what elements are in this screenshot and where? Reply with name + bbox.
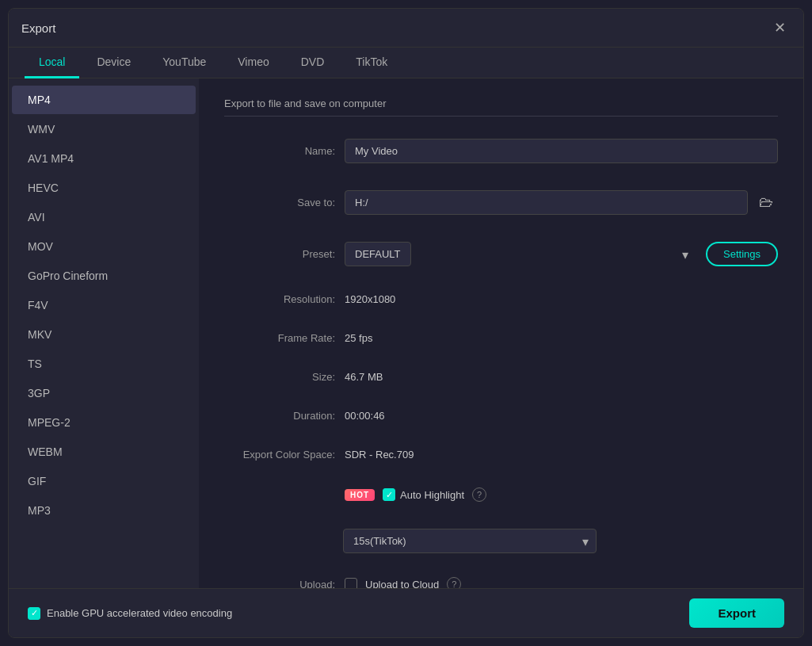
export-button[interactable]: Export [689,598,784,628]
duration-label: Duration: [224,410,335,422]
save-to-input[interactable] [345,190,748,215]
auto-highlight-controls: HOT ✓ Auto Highlight ? [345,487,486,502]
hot-badge: HOT [345,489,375,501]
title-bar: Export ✕ [9,9,803,48]
frame-rate-value: 25 fps [345,332,372,344]
name-row: Name: [224,139,778,163]
color-space-label: Export Color Space: [224,449,335,461]
dialog-title: Export [21,21,55,35]
bottom-bar: ✓ Enable GPU accelerated video encoding … [9,588,803,637]
upload-cloud-label[interactable]: Upload to Cloud [365,579,439,589]
duration-value: 00:00:46 [345,410,385,422]
save-to-row: Save to: 🗁 [224,190,778,215]
auto-highlight-checkbox-label[interactable]: ✓ Auto Highlight [383,488,464,501]
save-to-label: Save to: [224,197,335,208]
auto-highlight-info-icon[interactable]: ? [472,487,486,502]
export-dialog: Export ✕ Local Device YouTube Vimeo DVD … [8,8,804,638]
name-label: Name: [224,145,335,157]
auto-highlight-checkbox[interactable]: ✓ [383,488,395,501]
upload-row: Upload: Upload to Cloud ? [224,577,778,588]
preset-select[interactable]: DEFAULT [345,242,411,266]
upload-cloud-info-icon[interactable]: ? [447,577,461,588]
section-title: Export to file and save on computer [224,97,778,117]
upload-cloud-checkbox[interactable] [345,578,357,588]
size-row: Size: 46.7 MB [224,371,778,383]
tab-device[interactable]: Device [82,48,145,78]
preset-label: Preset: [224,248,335,260]
color-space-value: SDR - Rec.709 [345,449,414,461]
tab-dvd[interactable]: DVD [287,48,339,78]
format-mp4[interactable]: MP4 [12,86,196,114]
frame-rate-row: Frame Rate: 25 fps [224,332,778,344]
format-ts[interactable]: TS [12,350,196,378]
format-3gp[interactable]: 3GP [12,379,196,407]
dialog-overlay: Export ✕ Local Device YouTube Vimeo DVD … [0,0,812,646]
upload-cloud-text: Upload to Cloud [365,579,439,589]
size-label: Size: [224,371,335,383]
format-avi[interactable]: AVI [12,203,196,231]
format-mov[interactable]: MOV [12,232,196,261]
duration-select-wrapper: 15s(TikTok) [343,529,597,553]
duration-row: Duration: 00:00:46 [224,410,778,422]
format-gopro[interactable]: GoPro Cineform [12,262,196,290]
format-hevc[interactable]: HEVC [12,174,196,202]
close-button[interactable]: ✕ [768,17,791,39]
resolution-value: 1920x1080 [345,293,395,305]
auto-highlight-row: HOT ✓ Auto Highlight ? [224,487,778,502]
tab-vimeo[interactable]: Vimeo [223,48,283,78]
size-value: 46.7 MB [345,371,383,383]
tab-local[interactable]: Local [25,48,79,78]
format-mkv[interactable]: MKV [12,320,196,349]
color-space-row: Export Color Space: SDR - Rec.709 [224,449,778,461]
name-input[interactable] [345,139,778,163]
preset-field-row: DEFAULT Settings [345,242,778,266]
upload-controls: Upload to Cloud ? [345,577,461,588]
format-gif[interactable]: GIF [12,467,196,495]
tab-youtube[interactable]: YouTube [148,48,220,78]
format-mp3[interactable]: MP3 [12,496,196,525]
format-av1mp4[interactable]: AV1 MP4 [12,144,196,173]
folder-button[interactable]: 🗁 [754,191,778,214]
format-wmv[interactable]: WMV [12,115,196,143]
gpu-checkbox[interactable]: ✓ [28,607,40,620]
save-to-field-row: 🗁 [345,190,778,215]
tab-tiktok[interactable]: TikTok [341,48,402,78]
format-list: MP4 WMV AV1 MP4 HEVC AVI MOV GoPro Cinef… [9,78,199,588]
settings-button[interactable]: Settings [706,242,778,266]
tabs-bar: Local Device YouTube Vimeo DVD TikTok [9,48,803,78]
auto-highlight-text: Auto Highlight [400,489,464,501]
format-mpeg2[interactable]: MPEG-2 [12,408,196,437]
content-area: MP4 WMV AV1 MP4 HEVC AVI MOV GoPro Cinef… [9,78,803,588]
preset-select-wrapper: DEFAULT [345,242,696,266]
gpu-label-text: Enable GPU accelerated video encoding [47,607,232,619]
duration-select[interactable]: 15s(TikTok) [343,529,597,553]
resolution-row: Resolution: 1920x1080 [224,293,778,305]
preset-row: Preset: DEFAULT Settings [224,242,778,266]
frame-rate-label: Frame Rate: [224,332,335,344]
format-f4v[interactable]: F4V [12,291,196,319]
main-panel: Export to file and save on computer Name… [199,78,803,588]
gpu-checkbox-label[interactable]: ✓ Enable GPU accelerated video encoding [28,607,232,620]
upload-label: Upload: [224,579,335,589]
format-webm[interactable]: WEBM [12,438,196,466]
resolution-label: Resolution: [224,293,335,305]
